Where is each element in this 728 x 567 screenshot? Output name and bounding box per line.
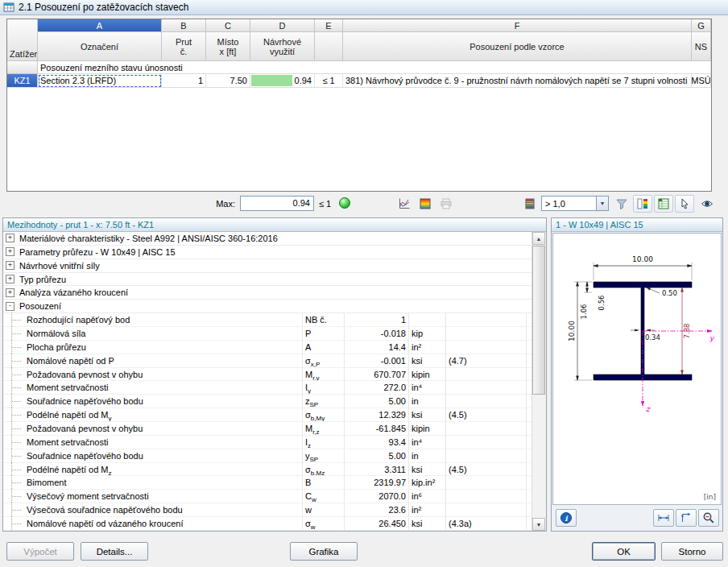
location-cell[interactable]: 7.50 — [206, 74, 250, 88]
details-scrollbar[interactable]: ▲ ▼ — [532, 232, 546, 531]
detail-symbol: Cw — [303, 490, 345, 503]
detail-group-row[interactable]: +Parametry průřezu - W 10x49 | AISC 15 — [3, 246, 532, 259]
select-in-graphic-button[interactable] — [675, 195, 694, 213]
designation-cell[interactable]: Section 2.3 (LRFD) — [38, 74, 162, 88]
limit-cell[interactable]: ≤ 1 — [315, 74, 343, 88]
eye-icon — [701, 197, 714, 210]
stress-points-button[interactable] — [676, 509, 697, 527]
info-button[interactable]: i — [556, 509, 577, 527]
max-label: Max: — [201, 199, 235, 209]
filter-button[interactable] — [612, 195, 631, 213]
detail-value: 1 — [345, 313, 409, 326]
header-designation[interactable]: Označení — [38, 32, 162, 61]
tree-guide — [3, 463, 24, 476]
formula-cell[interactable]: 381) Návrhový průvodce č. 9 - pružnostní… — [343, 74, 692, 88]
axis-y-label: y — [709, 334, 715, 342]
detail-group-row[interactable]: +Materiálové charakteristiky - Steel A99… — [3, 232, 532, 246]
color-results-button[interactable] — [416, 195, 435, 213]
scroll-up-icon[interactable]: ▲ — [532, 232, 545, 245]
detail-row: Souřadnice napěťového boduySP5.00in — [3, 449, 532, 463]
detail-label: Bimoment — [24, 476, 303, 489]
column-header-e[interactable]: E — [315, 19, 343, 32]
print-button[interactable] — [436, 195, 456, 213]
member-no-cell[interactable]: 1 — [162, 74, 206, 88]
detail-label: Souřadnice napěťového bodu — [24, 395, 303, 408]
column-header-c[interactable]: C — [206, 19, 250, 32]
panel-settings-button[interactable] — [633, 195, 652, 213]
detail-group-label: Typ průřezu — [19, 275, 66, 284]
cross-section-drawing[interactable]: 10.00 10.00 1.06 0.56 0.50 0.34 — [552, 233, 722, 505]
axes-corner-icon — [680, 511, 693, 524]
collapse-icon[interactable]: - — [6, 302, 14, 311]
info-icon: i — [560, 511, 573, 524]
color-scale-icon — [523, 197, 536, 210]
detail-group-row[interactable]: +Analýza vázaného kroucení — [3, 286, 532, 300]
expand-icon[interactable]: + — [6, 275, 14, 284]
scrollbar-thumb[interactable] — [532, 246, 545, 395]
detail-row: Moment setrvačnostiIy272.0in⁴ — [3, 381, 532, 395]
column-header-a[interactable]: A — [38, 19, 162, 32]
dimensions-toggle-button[interactable] — [653, 509, 674, 527]
detail-reference — [446, 313, 527, 326]
detail-group-label: Posouzení — [19, 301, 61, 311]
detail-value: 3.311 — [345, 463, 409, 476]
detail-group-row[interactable]: -Posouzení — [3, 300, 532, 313]
expand-icon[interactable]: + — [6, 288, 14, 297]
window-title: 2.1 Posouzení po zatěžovacích stavech — [19, 2, 188, 13]
tree-guide — [3, 341, 24, 354]
ratio-cell[interactable]: 0.94 — [250, 74, 315, 88]
graphics-button[interactable]: Grafika — [290, 542, 358, 561]
expand-icon[interactable]: + — [6, 261, 14, 270]
detail-row: Normálová sílaP-0.018kip — [3, 327, 532, 341]
tree-guide — [3, 408, 24, 421]
tree-guide — [3, 436, 24, 449]
color-scale-button[interactable] — [520, 195, 540, 213]
detail-reference — [446, 476, 527, 489]
intermediate-values-panel: Mezihodnoty - prut 1 - x: 7.50 ft - KZ1 … — [2, 217, 547, 532]
detail-value: 5.00 — [345, 395, 409, 408]
load-case-cell[interactable]: KZ1 — [7, 74, 38, 88]
detail-label: Moment setrvačnosti — [24, 436, 303, 449]
detail-symbol: Iy — [303, 381, 345, 394]
cancel-button[interactable]: Storno — [661, 542, 723, 561]
ratio-bar — [251, 75, 292, 86]
detail-group-row[interactable]: +Návrhové vnitřní síly — [3, 259, 532, 273]
column-header-g[interactable]: G — [692, 19, 711, 32]
scroll-down-icon[interactable]: ▼ — [532, 518, 545, 531]
column-header-d[interactable]: D — [250, 19, 315, 32]
zoom-button[interactable] — [698, 509, 719, 527]
details-button[interactable]: Details... — [81, 542, 148, 561]
ns-cell[interactable]: MSÚ — [692, 74, 711, 88]
detail-label: Moment setrvačnosti — [24, 381, 303, 394]
header-member[interactable]: Prut č. — [162, 32, 206, 61]
detail-symbol: NB č. — [303, 313, 345, 326]
ok-button[interactable]: OK — [592, 542, 656, 561]
detail-label: Plocha průřezu — [24, 341, 303, 354]
column-header-f[interactable]: F — [343, 19, 692, 32]
tree-guide — [3, 381, 24, 394]
detail-unit: in⁴ — [409, 381, 446, 394]
header-ns[interactable]: NS — [692, 32, 711, 61]
ratio-filter-dropdown[interactable]: > 1,0 ▼ — [541, 196, 609, 211]
row-header-cell[interactable]: Zatížení — [7, 19, 38, 61]
visibility-button[interactable] — [697, 195, 717, 213]
detail-symbol: σb,Mz — [303, 463, 345, 476]
dimension-line-icon — [657, 511, 670, 524]
header-location[interactable]: Místo x [ft] — [206, 32, 250, 61]
detail-row: Podélné napětí od Mzσb,Mz3.311ksi(4.5) — [3, 463, 532, 477]
detail-group-row[interactable]: +Typ průřezu — [3, 273, 532, 287]
calculate-button: Výpočet — [6, 542, 74, 561]
excel-export-button[interactable] — [654, 195, 673, 213]
header-formula[interactable]: Posouzení podle vzorce — [343, 32, 692, 61]
detail-value: 670.707 — [345, 368, 409, 381]
detail-value: 5.00 — [345, 449, 409, 462]
column-header-b[interactable]: B — [162, 19, 206, 32]
detail-symbol: σw — [303, 517, 345, 530]
expand-icon[interactable]: + — [6, 247, 14, 256]
header-design-ratio[interactable]: Návrhové využití — [250, 32, 315, 61]
result-diagram-button[interactable] — [395, 195, 414, 213]
header-empty[interactable] — [315, 32, 343, 61]
expand-icon[interactable]: + — [6, 234, 14, 242]
chevron-down-icon[interactable]: ▼ — [596, 197, 608, 210]
detail-unit: in — [409, 395, 446, 408]
